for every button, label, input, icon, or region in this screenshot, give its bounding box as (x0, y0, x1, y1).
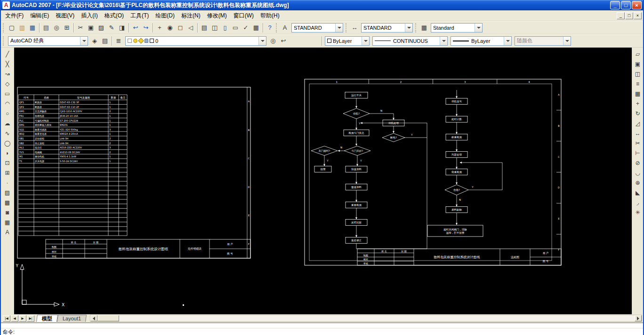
move-icon[interactable]: + (633, 98, 643, 108)
rotate-icon[interactable]: ↻ (633, 108, 643, 118)
quickcalc-icon[interactable]: ▦ (251, 23, 261, 33)
fillet-icon[interactable]: ◞ (633, 197, 643, 207)
properties-icon[interactable]: ▤ (199, 23, 209, 33)
markup-set-manager-icon[interactable]: ✓ (241, 23, 251, 33)
dropdown-arrow-icon[interactable] (504, 37, 511, 45)
match-properties-icon[interactable]: ✎ (106, 23, 117, 33)
region-icon[interactable]: ◙ (2, 207, 13, 217)
dropdown-arrow-icon[interactable] (335, 24, 343, 32)
hatch-icon[interactable]: ▨ (2, 188, 13, 197)
layer-previous-icon[interactable]: ↩ (278, 36, 289, 46)
mirror-icon[interactable]: ◫ (633, 69, 643, 79)
menu-draw[interactable]: 绘图(D) (152, 10, 178, 21)
tab-model[interactable]: 模型 (36, 315, 58, 322)
line-icon[interactable]: ╱ (2, 49, 13, 59)
menu-insert[interactable]: 插入(I) (78, 10, 101, 21)
multiline-text-icon[interactable]: A (2, 227, 13, 237)
trim-icon[interactable]: ✂ (633, 138, 643, 148)
chamfer-icon[interactable]: ◣ (633, 188, 643, 197)
command-history[interactable] (1, 323, 643, 328)
drawing-canvas[interactable]: Y X ABCDEF代号名称型号及规格数量备注QF1断路器DZ47-63 C32… (14, 48, 632, 314)
titlebar-close-button[interactable]: × (632, 1, 642, 9)
dropdown-arrow-icon[interactable] (362, 37, 369, 45)
next-tab-button[interactable]: ▶ (19, 315, 26, 322)
break-icon[interactable]: ◡ (633, 168, 643, 178)
ellipse-arc-icon[interactable]: ◗ (2, 148, 13, 158)
sheetset-manager-icon[interactable]: ▭ (230, 23, 241, 33)
layer-properties-manager-icon[interactable]: ≣ (113, 36, 124, 46)
workspace-settings-icon[interactable]: ◈ (89, 36, 100, 46)
command-input-line[interactable]: 命令: (1, 328, 643, 335)
menu-format[interactable]: 格式(O) (101, 10, 127, 21)
table-icon[interactable]: ▦ (2, 217, 13, 227)
offset-icon[interactable]: ≡ (633, 79, 643, 89)
insert-block-icon[interactable]: ⊡ (2, 158, 13, 168)
array-icon[interactable]: ▦ (633, 89, 643, 98)
arc-icon[interactable]: ◠ (2, 98, 13, 108)
dropdown-arrow-icon[interactable] (405, 24, 412, 32)
menu-dimension[interactable]: 标注(N) (178, 10, 204, 21)
scroll-right-icon[interactable] (635, 315, 642, 321)
make-block-icon[interactable]: ⊞ (2, 168, 13, 178)
layer-combo[interactable]: 0 (125, 36, 266, 46)
revision-cloud-icon[interactable]: ☁ (2, 118, 13, 128)
open-icon[interactable]: ▥ (17, 23, 27, 33)
tool-palettes-icon[interactable]: ▯ (220, 23, 230, 33)
erase-icon[interactable]: ▱ (633, 49, 643, 59)
titlebar-minimize-button[interactable]: _ (610, 1, 620, 9)
menu-tools[interactable]: 工具(T) (127, 10, 152, 21)
lineweight-combo[interactable]: ByLayer (451, 36, 512, 46)
toolbar-grip[interactable] (415, 23, 417, 33)
dropdown-arrow-icon[interactable] (475, 24, 482, 32)
menu-help[interactable]: 帮助(H) (257, 10, 283, 21)
color-combo[interactable]: ByLayer (325, 36, 370, 46)
last-tab-button[interactable]: ▶| (27, 315, 34, 322)
layer-on-icon[interactable] (128, 39, 132, 43)
help-icon[interactable]: ? (265, 23, 275, 33)
mdi-maximize-button[interactable]: □ (625, 12, 633, 19)
polygon-icon[interactable]: ◇ (2, 79, 13, 89)
previous-tab-button[interactable]: ◀ (11, 315, 18, 322)
menu-view[interactable]: 视图(V) (52, 10, 78, 21)
ellipse-icon[interactable]: ◯ (2, 138, 13, 148)
scroll-left-icon[interactable] (90, 315, 97, 321)
dropdown-arrow-icon[interactable] (80, 37, 88, 45)
spline-icon[interactable]: ∿ (2, 128, 13, 138)
extend-icon[interactable]: ⊢ (633, 148, 643, 158)
dim-style-combo[interactable]: STANDARD (361, 23, 413, 33)
mdi-minimize-button[interactable]: _ (617, 12, 625, 19)
plot-preview-icon[interactable]: ◎ (51, 23, 62, 33)
menu-modify[interactable]: 修改(M) (204, 10, 230, 21)
publish-icon[interactable]: ⊞ (62, 23, 72, 33)
gradient-icon[interactable]: ▩ (2, 197, 13, 207)
explode-icon[interactable]: ✳ (633, 207, 643, 217)
point-icon[interactable]: ∙ (2, 178, 13, 188)
toolbar-grip[interactable] (346, 23, 347, 33)
workspace-combo[interactable]: AutoCAD 经典 (8, 36, 88, 46)
zoom-window-icon[interactable]: ◻ (175, 23, 185, 33)
pan-icon[interactable]: + (154, 23, 165, 33)
toolbar-grip[interactable] (3, 23, 5, 33)
layer-freeze-icon[interactable] (138, 38, 144, 44)
table-style-icon[interactable]: ▦ (419, 23, 429, 33)
layer-bulb-icon[interactable] (133, 39, 137, 43)
linetype-combo[interactable]: CONTINUOUS (372, 36, 448, 46)
cut-icon[interactable]: ✂ (75, 23, 86, 33)
copy-clip-icon[interactable]: ▣ (86, 23, 96, 33)
zoom-previous-icon[interactable]: ◁ (185, 23, 196, 33)
zoom-realtime-icon[interactable]: ◉ (165, 23, 175, 33)
scale-icon[interactable]: ◿ (633, 118, 643, 128)
make-object-layer-current-icon[interactable]: ◎ (268, 36, 278, 46)
plot-icon[interactable]: ▤ (41, 23, 51, 33)
table-style-combo[interactable]: Standard (431, 23, 483, 33)
dropdown-arrow-icon[interactable] (440, 37, 447, 45)
toolbar-grip[interactable] (3, 36, 5, 46)
layer-lock-icon[interactable] (145, 39, 148, 43)
stretch-icon[interactable]: ↔ (633, 128, 643, 138)
mdi-close-button[interactable]: × (634, 12, 642, 19)
text-style-icon[interactable]: A (280, 23, 290, 33)
paste-icon[interactable]: ▨ (96, 23, 106, 33)
text-style-combo[interactable]: STANDARD (291, 23, 343, 33)
dim-style-icon[interactable]: ↔ (349, 23, 360, 33)
undo-icon[interactable]: ↩ (130, 23, 141, 33)
